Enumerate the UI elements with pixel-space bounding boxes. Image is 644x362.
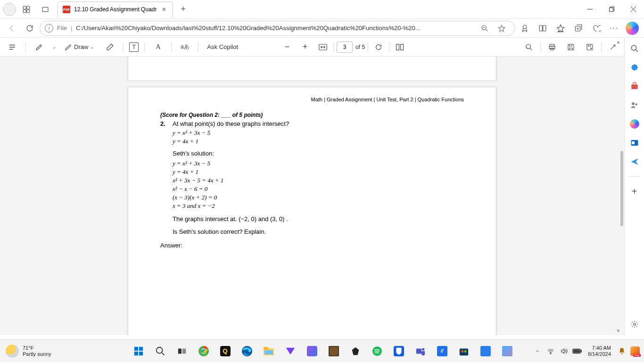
taskbar-app6-icon[interactable] <box>498 342 517 361</box>
zoom-out-button[interactable]: − <box>280 40 295 55</box>
more-menu-button[interactable]: ··· <box>606 20 622 36</box>
print-icon[interactable] <box>545 40 560 55</box>
save-as-icon[interactable] <box>582 40 597 55</box>
taskbar-minecraft-icon[interactable] <box>324 342 343 361</box>
sidebar-shopping-icon[interactable] <box>627 60 642 74</box>
url-scheme: File <box>57 25 67 32</box>
taskbar-weather[interactable]: 71°F Partly sunny <box>0 345 113 358</box>
font-tool-icon[interactable]: A <box>150 40 165 55</box>
start-button[interactable] <box>129 342 148 361</box>
save-icon[interactable] <box>563 40 578 55</box>
taskbar-clock[interactable]: 7:40 AM 8/14/2024 <box>588 345 611 357</box>
sidebar-search-icon[interactable] <box>627 41 642 56</box>
split-screen-icon[interactable] <box>535 20 551 36</box>
taskbar-store-icon[interactable] <box>454 342 473 361</box>
svg-rect-29 <box>134 346 138 350</box>
tray-battery-icon[interactable] <box>572 346 582 356</box>
tray-chevron-icon[interactable] <box>532 346 543 356</box>
taskbar-app1-icon[interactable]: Q <box>216 342 235 361</box>
sidebar-people-icon[interactable] <box>627 98 642 112</box>
new-tab-button[interactable]: + <box>175 1 191 17</box>
contents-pane-icon[interactable] <box>5 40 20 55</box>
taskbar-app3-icon[interactable] <box>346 342 365 361</box>
pdf-viewer: Math | Graded Assignment | Unit Test, Pa… <box>0 57 624 335</box>
favorites-bar-icon[interactable] <box>553 20 569 36</box>
rotate-icon[interactable] <box>371 40 386 55</box>
browser-essentials-icon[interactable] <box>588 20 604 36</box>
step-4: x² − x − 6 = 0 <box>173 185 464 193</box>
url-box[interactable]: i File | C:/Users/Akari%20Chiyako/Downlo… <box>40 21 515 36</box>
taskbar-search-icon[interactable] <box>151 342 170 361</box>
text-tool-icon[interactable]: T <box>129 42 139 52</box>
tray-notifications-icon[interactable] <box>617 346 627 356</box>
highlighter-icon[interactable] <box>32 40 47 55</box>
window-minimize-button[interactable] <box>579 0 601 19</box>
find-icon[interactable] <box>521 40 537 55</box>
taskbar-edge-icon[interactable] <box>238 342 256 361</box>
profile-avatar[interactable] <box>3 3 16 16</box>
scroll-up-arrow-icon[interactable]: ▲ <box>616 40 620 44</box>
svg-point-22 <box>631 45 636 50</box>
page-view-icon[interactable] <box>392 40 407 55</box>
browser-tab[interactable]: PDF 12.10 Graded Assignment Quadr ✕ <box>58 1 173 17</box>
taskbar-center: Q // <box>113 342 532 361</box>
tab-title: 12.10 Graded Assignment Quadr <box>74 6 157 13</box>
sidebar-copilot-icon[interactable] <box>627 117 642 131</box>
task-view-icon[interactable] <box>173 342 191 361</box>
scrollbar-thumb[interactable] <box>620 151 623 226</box>
doc-header: Math | Graded Assignment | Unit Test, Pa… <box>311 97 464 102</box>
window-close-button[interactable] <box>622 0 644 19</box>
nav-back-button[interactable] <box>4 20 20 36</box>
svg-rect-6 <box>609 8 613 12</box>
taskbar-spotify-icon[interactable] <box>368 342 387 361</box>
reward-icon[interactable] <box>517 20 533 36</box>
zoom-out-icon[interactable] <box>477 21 493 36</box>
scroll-down-arrow-icon[interactable]: ▼ <box>616 329 620 333</box>
zoom-in-button[interactable]: + <box>297 40 313 55</box>
fit-width-icon[interactable] <box>315 40 330 55</box>
svg-rect-32 <box>139 351 142 355</box>
sidebar-settings-icon[interactable] <box>627 317 642 331</box>
tray-wifi-icon[interactable] <box>545 346 556 356</box>
window-maximize-button[interactable] <box>601 0 622 19</box>
site-info-icon[interactable]: i <box>45 24 53 33</box>
svg-rect-48 <box>461 350 463 353</box>
equation-1: y = x² + 3x − 5 <box>173 129 464 137</box>
taskbar-explorer-icon[interactable] <box>259 342 278 361</box>
taskbar-clipchamp-icon[interactable] <box>303 342 322 361</box>
svg-rect-49 <box>464 350 466 353</box>
collections-icon[interactable] <box>570 20 586 36</box>
weather-temp: 71°F <box>23 345 51 351</box>
erase-icon[interactable] <box>102 40 117 55</box>
nav-refresh-button[interactable] <box>22 20 38 36</box>
sidebar-outlook-icon[interactable] <box>627 136 642 150</box>
draw-tool-button[interactable]: Draw ⌄ <box>62 40 97 55</box>
taskbar-app4-icon[interactable]: // <box>433 342 452 361</box>
question-number: 2. <box>160 120 167 127</box>
workspaces-icon[interactable] <box>18 1 35 18</box>
svg-rect-20 <box>587 44 593 50</box>
content-scrollbar[interactable] <box>618 57 624 335</box>
tray-volume-icon[interactable] <box>559 346 569 356</box>
taskbar-app5-icon[interactable] <box>476 342 495 361</box>
tab-actions-icon[interactable] <box>37 1 54 18</box>
svg-rect-3 <box>27 9 30 12</box>
favorite-star-icon[interactable] <box>494 21 510 36</box>
taskbar-app2-icon[interactable] <box>281 342 300 361</box>
sidebar-tools-icon[interactable] <box>627 79 642 93</box>
page-number-input[interactable] <box>337 41 353 53</box>
taskbar-chrome-icon[interactable] <box>194 342 213 361</box>
sidebar-send-icon[interactable] <box>627 155 642 169</box>
taskbar-bitwarden-icon[interactable] <box>389 342 408 361</box>
highlighter-chevron-icon[interactable]: ⌄ <box>52 44 56 49</box>
pdf-page: Math | Graded Assignment | Unit Test, Pa… <box>128 87 496 335</box>
sidebar-add-icon[interactable]: + <box>627 184 642 198</box>
copilot-button[interactable] <box>624 20 640 36</box>
taskbar-teams-icon[interactable] <box>411 342 430 361</box>
tab-close-button[interactable]: ✕ <box>160 6 168 13</box>
tray-app-icon[interactable]: PRE <box>630 346 640 356</box>
ask-copilot-button[interactable]: Ask Copilot <box>204 40 241 55</box>
step-6: x = 3 and x = −2 <box>173 202 464 210</box>
equation-2: y = 4x + 1 <box>173 138 464 145</box>
translate-icon[interactable]: aあ <box>177 40 192 55</box>
